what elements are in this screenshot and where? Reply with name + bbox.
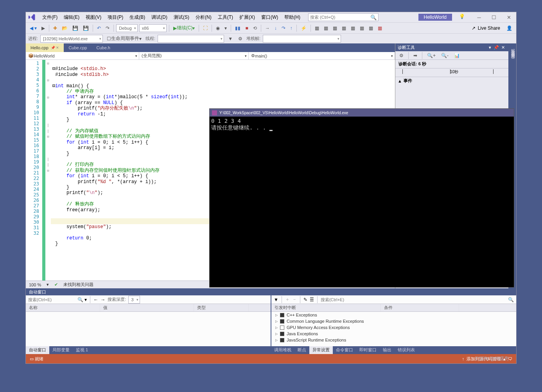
exception-row[interactable]: ▷Common Language Runtime Exceptions	[271, 318, 516, 324]
maximize-button[interactable]: ☐	[489, 13, 499, 21]
tool-icon-2[interactable]: ◉	[214, 24, 221, 32]
stop-icon[interactable]: ■	[244, 24, 249, 32]
exception-row[interactable]: ▷C++ Exceptions	[271, 312, 516, 318]
menu-item[interactable]: 工具(T)	[215, 13, 236, 21]
tool-icon-f[interactable]: ▦	[349, 24, 357, 32]
restart-icon[interactable]: ⟲	[251, 24, 258, 32]
tool-icon-b[interactable]: ▦	[313, 24, 321, 32]
depth-combo[interactable]: 3	[128, 296, 140, 304]
console-titlebar[interactable]: Y:\002_WorkSpace\002_VS\HelloWorld\Hello…	[210, 109, 514, 117]
filter-icon[interactable]: ▼	[226, 34, 234, 43]
menu-item[interactable]: 调试(D)	[148, 13, 170, 21]
quick-search-input[interactable]	[310, 15, 377, 20]
diag-chart-icon[interactable]: 📊	[452, 51, 461, 60]
zoom-out-icon[interactable]: 🔍-	[440, 51, 450, 60]
bottom-tab[interactable]: 命令窗口	[333, 346, 356, 354]
step-icon-1[interactable]: →	[264, 24, 271, 32]
save-icon[interactable]: 💾	[71, 24, 80, 32]
lifecycle-icon[interactable]: ☐ 生命周期事件 ▾	[105, 34, 143, 43]
config-combo[interactable]: Debug	[116, 24, 137, 32]
nav-scope-function[interactable]: ⚙ main()	[249, 52, 395, 59]
exception-row[interactable]: ▷Java Exceptions	[271, 331, 516, 337]
menu-item[interactable]: 扩展(X)	[236, 13, 258, 21]
diag-settings-icon[interactable]: ⚙	[398, 51, 405, 60]
menu-item[interactable]: 项目(P)	[104, 13, 126, 21]
exception-row[interactable]: ▷GPU Memory Access Exceptions	[271, 324, 516, 331]
tool-icon-g[interactable]: ▦	[358, 24, 366, 32]
tool-icon-d[interactable]: ▦	[331, 24, 339, 32]
step-out-icon[interactable]: ↑	[289, 24, 294, 32]
bottom-tab[interactable]: 即时窗口	[356, 346, 380, 354]
autos-body[interactable]	[26, 312, 271, 346]
undo-icon[interactable]: ↶	[95, 24, 102, 32]
zoom-in-icon[interactable]: 🔍+	[425, 51, 437, 60]
panel-pin-icon[interactable]: 📌	[492, 45, 500, 50]
column-header[interactable]: 引发时中断	[271, 304, 381, 311]
checkbox[interactable]	[280, 332, 284, 336]
column-header[interactable]: 名称	[26, 304, 100, 311]
nav-right-icon[interactable]: →	[101, 297, 105, 302]
live-share-button[interactable]: ↗ Live Share	[468, 25, 503, 32]
bottom-tab[interactable]: 错误列表	[395, 346, 418, 354]
new-project-icon[interactable]: ✚	[52, 24, 59, 32]
step-into-icon[interactable]: ↓	[273, 24, 278, 32]
process-combo[interactable]: [10296] HelloWorld.exe	[40, 35, 103, 43]
autos-search-input[interactable]	[28, 297, 75, 302]
tool-icon-i[interactable]: ▦	[376, 24, 384, 32]
edit-icon[interactable]: ✎	[303, 297, 307, 302]
tool-icon-c[interactable]: ▦	[322, 24, 330, 32]
editor-tab[interactable]: Hello.cpp📌 ✕	[26, 43, 64, 52]
feedback-icon[interactable]: 💡	[459, 14, 466, 21]
tool-icon-1[interactable]: ⛶	[201, 24, 209, 32]
quick-search[interactable]: 🔍	[308, 13, 379, 21]
bottom-tab[interactable]: 调用堆栈	[271, 346, 294, 354]
checkbox[interactable]	[280, 325, 284, 330]
menu-item[interactable]: 分析(N)	[192, 13, 215, 21]
console-window[interactable]: Y:\002_WorkSpace\002_VS\HelloWorld\Hello…	[209, 108, 514, 288]
bottom-tab[interactable]: 断点	[294, 346, 309, 354]
exceptions-search-input[interactable]	[321, 297, 506, 302]
exceptions-list[interactable]: ▷C++ Exceptions▷Common Language Runtime …	[271, 312, 516, 346]
checkbox[interactable]	[280, 319, 284, 324]
close-button[interactable]: ✕	[504, 13, 514, 21]
thread-combo[interactable]	[158, 35, 224, 43]
column-header[interactable]: 条件	[381, 304, 459, 311]
nav-back-button[interactable]: ◀ ▾	[28, 24, 38, 32]
menu-item[interactable]: 文件(F)	[39, 13, 61, 21]
stackframe-combo[interactable]	[263, 35, 341, 43]
continue-button[interactable]: ▶ 继续(C) ▾	[172, 24, 197, 32]
redo-icon[interactable]: ↷	[104, 24, 111, 32]
zoom-level[interactable]: 100 %	[29, 282, 41, 287]
exception-row[interactable]: ▷JavaScript Runtime Exceptions	[271, 337, 516, 343]
editor-tab[interactable]: Cube.h	[92, 43, 115, 52]
step-over-icon[interactable]: ↷	[280, 24, 287, 32]
nav-fwd-button[interactable]: ▶	[40, 24, 47, 32]
bottom-tab[interactable]: 监视 1	[73, 346, 91, 354]
add-icon[interactable]: ＋	[285, 296, 290, 303]
nav-scope-global[interactable]: (全局范围)	[139, 52, 249, 59]
minimize-button[interactable]: ─	[474, 13, 484, 21]
menu-item[interactable]: 帮助(H)	[281, 13, 303, 21]
panel-close-icon[interactable]: ✕	[500, 45, 506, 50]
tool-icon-a[interactable]: ⚡	[299, 24, 308, 32]
tool-icon-h[interactable]: ▦	[367, 24, 375, 32]
menu-item[interactable]: 视图(V)	[83, 13, 104, 21]
search-icon[interactable]: 🔍	[508, 297, 514, 302]
account-icon[interactable]: 👤	[505, 24, 514, 32]
editor-tab[interactable]: Cube.cpp	[64, 43, 92, 52]
remove-icon[interactable]: －	[292, 296, 297, 303]
panel-dropdown-icon[interactable]: ▾	[488, 45, 492, 50]
column-header[interactable]: 类型	[194, 304, 249, 311]
search-icon[interactable]: 🔍 ▾	[77, 297, 87, 302]
diag-timeline[interactable]: 10秒	[395, 68, 508, 77]
checkbox[interactable]	[280, 313, 284, 317]
save-all-icon[interactable]: 💾	[81, 24, 90, 32]
menu-item[interactable]: 生成(B)	[126, 13, 148, 21]
thread-tool-icon[interactable]: ⚙	[237, 34, 244, 43]
nav-scope-project[interactable]: 📦 HelloWorld	[26, 52, 139, 59]
menu-item[interactable]: 编辑(E)	[61, 13, 83, 21]
column-header[interactable]: 值	[100, 304, 194, 311]
menu-item[interactable]: 窗口(W)	[258, 13, 281, 21]
open-icon[interactable]: 📂	[60, 24, 69, 32]
diag-events-section[interactable]: ▲ 事件	[395, 77, 508, 85]
